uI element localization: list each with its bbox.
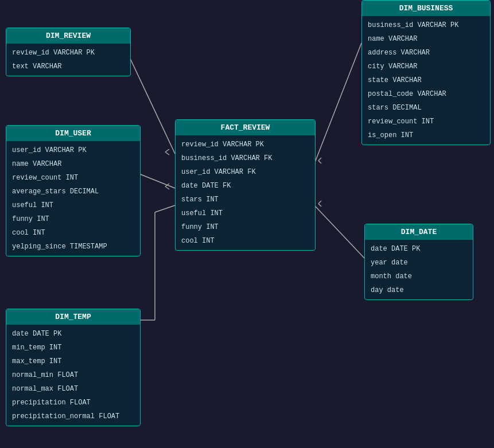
table-row: average_stars DECIMAL (6, 185, 140, 198)
table-row: funny INT (6, 212, 140, 226)
fact-review-table: FACT_REVIEW review_id VARCHAR PK busines… (175, 119, 316, 251)
svg-line-3 (314, 205, 364, 258)
table-row: postal_code VARCHAR (362, 87, 490, 101)
table-row: user_id VARCHAR PK (6, 143, 140, 157)
table-row: min_temp INT (6, 341, 140, 354)
table-row: text VARCHAR (6, 60, 130, 73)
table-row: normal_max FLOAT (6, 382, 140, 396)
dim-temp-table: DIM_TEMP date DATE PK min_temp INT max_t… (6, 309, 141, 426)
svg-line-12 (318, 161, 321, 163)
dim-business-body: business_id VARCHAR PK name VARCHAR addr… (362, 16, 490, 145)
dim-business-table: DIM_BUSINESS business_id VARCHAR PK name… (361, 0, 491, 145)
svg-line-14 (318, 204, 321, 207)
table-row: month date (365, 270, 473, 283)
table-row: year date (365, 256, 473, 270)
table-row: review_count INT (6, 171, 140, 185)
dim-review-table: DIM_REVIEW review_id VARCHAR PK text VAR… (6, 28, 131, 76)
table-row: user_id VARCHAR FK (176, 165, 315, 179)
table-row: review_id VARCHAR PK (6, 46, 130, 60)
table-row: city VARCHAR (362, 60, 490, 73)
fact-review-body: review_id VARCHAR PK business_id VARCHAR… (176, 135, 315, 250)
table-row: yelping_since TIMESTAMP (6, 240, 140, 254)
table-row: useful INT (176, 207, 315, 220)
svg-line-6 (155, 205, 175, 212)
fact-review-header: FACT_REVIEW (176, 120, 315, 135)
dim-review-body: review_id VARCHAR PK text VARCHAR (6, 44, 130, 76)
svg-line-9 (165, 149, 169, 152)
dim-user-header: DIM_USER (6, 126, 140, 141)
table-row: date DATE PK (6, 327, 140, 341)
table-row: review_id VARCHAR PK (176, 138, 315, 151)
table-row: is_open INT (362, 128, 490, 142)
table-row: precipitation_normal FLOAT (6, 410, 140, 423)
dim-date-body: date DATE PK year date month date day da… (365, 240, 473, 299)
table-row: useful INT (6, 198, 140, 212)
dim-temp-body: date DATE PK min_temp INT max_temp INT n… (6, 325, 140, 426)
svg-line-8 (165, 186, 169, 189)
table-row: date DATE PK (365, 242, 473, 256)
table-row: name VARCHAR (6, 157, 140, 171)
table-row: state VARCHAR (362, 73, 490, 87)
svg-line-2 (314, 43, 361, 163)
table-row: day date (365, 283, 473, 297)
dim-temp-header: DIM_TEMP (6, 309, 140, 325)
table-row: cool INT (6, 226, 140, 240)
table-row: funny INT (176, 220, 315, 234)
table-row: stars INT (176, 193, 315, 207)
dim-business-header: DIM_BUSINESS (362, 1, 490, 16)
table-row: normal_min FLOAT (6, 368, 140, 382)
dim-user-body: user_id VARCHAR PK name VARCHAR review_c… (6, 141, 140, 256)
svg-line-7 (165, 184, 169, 186)
dim-date-table: DIM_DATE date DATE PK year date month da… (364, 224, 473, 300)
table-row: business_id VARCHAR PK (362, 18, 490, 32)
table-row: business_id VARCHAR FK (176, 151, 315, 165)
svg-line-10 (165, 152, 169, 155)
table-row: precipitation FLOAT (6, 396, 140, 410)
table-row: max_temp INT (6, 354, 140, 368)
table-row: date DATE FK (176, 179, 315, 193)
table-row: review_count INT (362, 115, 490, 128)
svg-line-13 (318, 201, 321, 204)
svg-line-11 (318, 158, 321, 161)
table-row: name VARCHAR (362, 32, 490, 46)
table-row: cool INT (176, 234, 315, 248)
table-row: stars DECIMAL (362, 101, 490, 115)
dim-review-header: DIM_REVIEW (6, 28, 130, 44)
dim-user-table: DIM_USER user_id VARCHAR PK name VARCHAR… (6, 125, 141, 256)
dim-date-header: DIM_DATE (365, 224, 473, 240)
table-row: address VARCHAR (362, 46, 490, 60)
